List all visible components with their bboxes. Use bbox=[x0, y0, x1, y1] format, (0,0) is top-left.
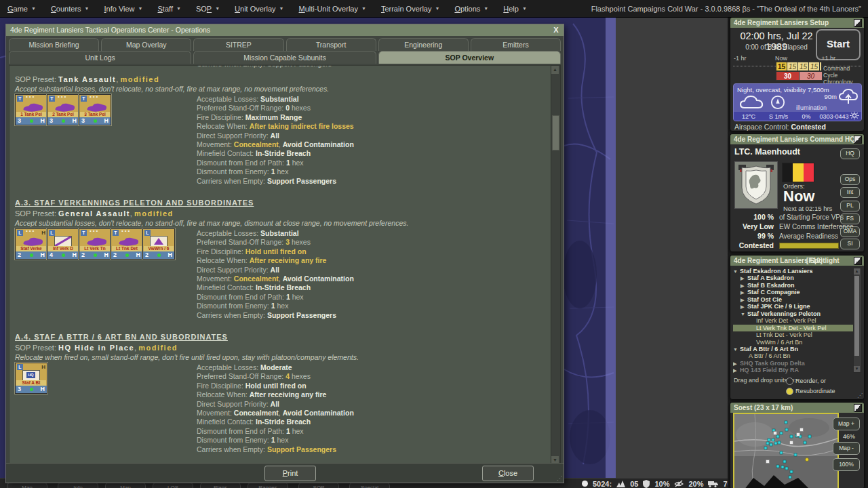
reorder-radio[interactable] bbox=[786, 378, 793, 385]
tree-item-staf-jpk-cie-9-ligne[interactable]: ▶Staf JPK Cie / 9 Ligne bbox=[733, 303, 854, 310]
tree-item-hq-143-field-bty-ra[interactable]: ▶HQ 143 Field Bty RA bbox=[733, 367, 854, 373]
menu-sop[interactable]: SOP▼ bbox=[189, 5, 227, 13]
content-scrollbar[interactable]: ▲ ▼ bbox=[551, 65, 561, 465]
unit-counter-staf-verke[interactable]: L•••HStaf Verke2H bbox=[15, 228, 47, 260]
tree-item-staf-a-bttr-6-art-bn[interactable]: ▼Staf A Bttr / 6 Art Bn bbox=[733, 346, 854, 352]
print-button[interactable]: Print bbox=[264, 466, 316, 481]
scroll-up-icon[interactable]: ▲ bbox=[551, 66, 559, 74]
unit-counter-3-tank-pel[interactable]: T•••3 Tank Pel3H bbox=[79, 94, 111, 125]
tree-item-staf-eskadron-4-lansiers[interactable]: ▼Staf Eskadron 4 Lansiers bbox=[733, 268, 854, 274]
orders-status: Now bbox=[783, 188, 814, 205]
menu-options[interactable]: Options▼ bbox=[447, 5, 496, 13]
close-button[interactable]: Close bbox=[482, 466, 534, 481]
chevron-expanded-icon[interactable]: ▼ bbox=[733, 346, 740, 352]
airspace-value: Contested bbox=[791, 123, 825, 131]
sop-prop-row: Minefield Contact: In-Stride Breach bbox=[197, 283, 549, 292]
unit-counter-2-tank-pel[interactable]: T•••2 Tank Pel3H bbox=[47, 94, 79, 125]
scroll-up-icon[interactable]: ▲ bbox=[854, 268, 860, 274]
scroll-down-icon[interactable]: ▼ bbox=[854, 366, 860, 372]
chevron-collapsed-icon[interactable]: ▶ bbox=[733, 361, 740, 367]
tree-item-lt-verk-tnk-det-verk-pel[interactable]: Lt Verk Tnk Det - Verk Pel bbox=[733, 325, 854, 331]
menu-game[interactable]: Game▼ bbox=[0, 5, 43, 13]
menu-multi-unit-overlay[interactable]: Multi-Unit Overlay▼ bbox=[292, 5, 374, 13]
resize-grip-icon[interactable]: ⋰ bbox=[857, 392, 863, 399]
unit-name: 2 Tank Pel bbox=[48, 112, 78, 117]
readiness-dot-icon bbox=[94, 119, 97, 123]
tank-symbol bbox=[16, 235, 47, 247]
tab-engineering[interactable]: Engineering bbox=[378, 38, 469, 51]
setup-panel: 4de Regiment Lansiers Setup 02:00 hrs, J… bbox=[730, 17, 865, 131]
tab-sop-overview[interactable]: SOP Overview bbox=[378, 51, 561, 64]
menu-help[interactable]: Help▼ bbox=[496, 5, 534, 13]
panel-menu-icon[interactable] bbox=[854, 257, 862, 265]
tab-mission-capable-subunits[interactable]: Mission Capable Subunits bbox=[193, 51, 376, 64]
tab-sitrep[interactable]: SITREP bbox=[193, 38, 283, 51]
resubordinate-radio[interactable] bbox=[786, 388, 793, 395]
chevron-down-icon: ▼ bbox=[138, 6, 143, 11]
unit-counter-1-tank-pel[interactable]: T•••1 Tank Pel3H bbox=[15, 94, 47, 125]
unit-counter-inf-verk-d[interactable]: LInf Verk D4H bbox=[47, 228, 79, 260]
tab-map-overlay[interactable]: Map Overlay bbox=[101, 38, 191, 51]
tree-item-staf-c-compagnie[interactable]: ▶Staf C Compagnie bbox=[733, 289, 854, 296]
minimap[interactable] bbox=[733, 413, 839, 488]
si-button[interactable]: SI bbox=[840, 239, 860, 249]
menu-unit-overlay[interactable]: Unit Overlay▼ bbox=[227, 5, 291, 13]
unit-counter-staf-a-bt[interactable]: LHHQStaf A Bt3H bbox=[15, 363, 47, 394]
sop-props: Acceptable Losses: SubstantialPreferred … bbox=[197, 229, 549, 320]
menu-staff[interactable]: Staff▼ bbox=[151, 5, 189, 13]
chevron-expanded-icon[interactable]: ▼ bbox=[741, 311, 747, 317]
readiness-dot-icon bbox=[62, 119, 65, 123]
tree-item-staf-b-eskadron[interactable]: ▶Staf B Eskadron bbox=[733, 282, 854, 289]
menu-terrain-overlay[interactable]: Terrain Overlay▼ bbox=[374, 5, 448, 13]
triangle-symbol bbox=[143, 235, 174, 247]
resize-grip-icon[interactable]: ⋰ bbox=[557, 476, 562, 481]
panel-menu-icon[interactable] bbox=[854, 136, 862, 144]
menu-counters[interactable]: Counters▼ bbox=[43, 5, 97, 13]
tree-item-lt-tnk-det-verk-pel[interactable]: Lt Tnk Det - Verk Pel bbox=[733, 331, 854, 338]
tree-item-inf-verk-det-verk-pel[interactable]: Inf Verk Det - Verk Pel bbox=[733, 317, 854, 324]
tree-item-staf-ost-cie[interactable]: ▶Staf Ost Cie bbox=[733, 296, 854, 303]
readiness-dot-icon bbox=[30, 119, 33, 123]
tab-transport[interactable]: Transport bbox=[286, 38, 376, 51]
tab-emitters[interactable]: Emitters bbox=[471, 38, 561, 51]
tree-item-a-bttr-6-art-bn[interactable]: A Bttr / 6 Art Bn bbox=[733, 352, 854, 359]
close-icon[interactable]: X bbox=[551, 25, 561, 35]
menu-info-view[interactable]: Info View▼ bbox=[97, 5, 151, 13]
scrollbar-thumb[interactable] bbox=[552, 115, 559, 150]
tree-item-vwwrn-6-art-bn[interactable]: VwWrn / 6 Art Bn bbox=[733, 339, 854, 346]
panel-menu-icon[interactable] bbox=[854, 19, 862, 27]
sop-preset-line: SOP Preset: General Assault, modified bbox=[15, 209, 174, 218]
unit-name: Staf A Bt bbox=[16, 380, 46, 386]
ops-button[interactable]: Ops bbox=[840, 174, 860, 185]
tree-item-staf-a-eskadron[interactable]: ▶Staf A Eskadron bbox=[733, 274, 854, 281]
hq-button[interactable]: HQ bbox=[840, 148, 860, 159]
chevron-expanded-icon[interactable]: ▼ bbox=[733, 268, 740, 274]
chevron-collapsed-icon[interactable]: ▶ bbox=[741, 289, 747, 296]
map-zoom-in-button[interactable]: Map + bbox=[833, 418, 860, 430]
panel-menu-icon[interactable] bbox=[854, 404, 862, 412]
unit-counter-vwwrn-6[interactable]: LVwWrn / 62H bbox=[142, 228, 175, 260]
tree-item-shq-task-group-delta[interactable]: ▶SHQ Task Group Delta bbox=[733, 360, 854, 367]
tank-symbol bbox=[79, 235, 111, 247]
chevron-collapsed-icon[interactable]: ▶ bbox=[741, 297, 747, 303]
tree-item-staf-verkennings-peleton[interactable]: ▼Staf Verkennings Peleton bbox=[733, 310, 854, 317]
map-zoom-out-button[interactable]: Map - bbox=[833, 442, 860, 455]
tab-unit-logs[interactable]: Unit Logs bbox=[9, 51, 191, 64]
chevron-collapsed-icon[interactable]: ▶ bbox=[733, 367, 740, 373]
map-zoom-percent: 46% bbox=[836, 433, 862, 440]
chevron-down-icon: ▼ bbox=[484, 6, 488, 11]
int-button[interactable]: Int bbox=[840, 187, 860, 198]
unit-counter-lt-tnk-det[interactable]: T•••Lt Tnk Det2H bbox=[111, 228, 143, 260]
unit-status-letter: H bbox=[41, 251, 45, 259]
chevron-collapsed-icon[interactable]: ▶ bbox=[741, 304, 747, 310]
unit-counter-lt-verk-tn[interactable]: T•••Lt Verk Tn2H bbox=[79, 228, 111, 260]
chevron-collapsed-icon[interactable]: ▶ bbox=[741, 283, 747, 289]
cycle-box: 15 bbox=[808, 62, 820, 71]
chevron-collapsed-icon[interactable]: ▶ bbox=[741, 275, 747, 281]
pl-button[interactable]: PL bbox=[840, 201, 860, 211]
unit-strength: 3 bbox=[18, 386, 21, 393]
map-zoom-full-button[interactable]: 100% bbox=[833, 458, 860, 471]
scrollbar-thumb[interactable] bbox=[854, 276, 859, 356]
tree-scrollbar[interactable]: ▲ ▼ bbox=[853, 268, 862, 373]
tab-mission-briefing[interactable]: Mission Briefing bbox=[9, 38, 99, 51]
